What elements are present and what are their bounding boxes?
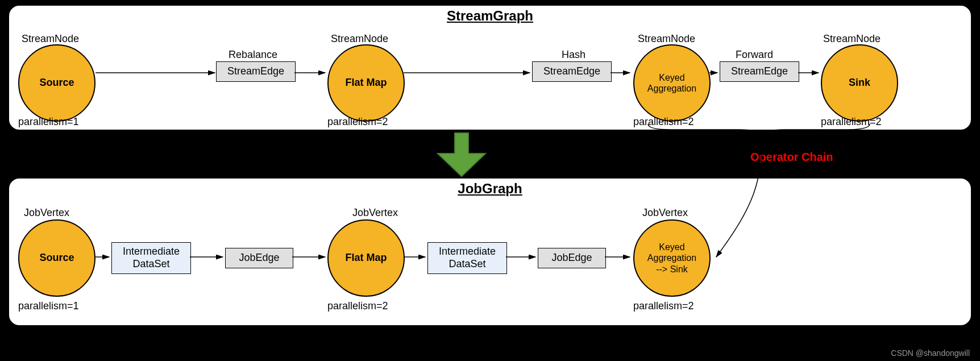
streamgraph-title: StreamGraph bbox=[447, 8, 533, 24]
operator-chain-label: Operator Chain bbox=[750, 151, 833, 164]
transform-arrow-icon bbox=[438, 133, 485, 176]
intermediate-dataset-1: Intermediate DataSet bbox=[427, 242, 507, 274]
job-vertex-keyed-agg-sink: Keyed Aggregation --> Sink bbox=[633, 219, 711, 297]
watermark: CSDN @shandongwill bbox=[891, 348, 970, 358]
stream-node-label-1: StreamNode bbox=[331, 33, 388, 45]
stream-node-parallelism-0: parallelism=1 bbox=[18, 116, 79, 128]
job-vertex-flatmap: Flat Map bbox=[327, 219, 405, 297]
job-vertex-label-1: JobVertex bbox=[352, 207, 398, 219]
job-vertex-parallelism-1: parallelism=2 bbox=[327, 300, 388, 312]
stream-node-label-0: StreamNode bbox=[22, 33, 79, 45]
stream-node-sink: Sink bbox=[821, 44, 898, 122]
job-vertex-source: Source bbox=[18, 219, 95, 297]
stream-edge-partitioner-1: Hash bbox=[562, 49, 585, 61]
job-vertex-label-2: JobVertex bbox=[642, 207, 688, 219]
job-edge-box-1: JobEdge bbox=[538, 248, 606, 268]
stream-edge-partitioner-0: Rebalance bbox=[229, 49, 277, 61]
streamgraph-panel: StreamGraph StreamNode Source parallelis… bbox=[8, 5, 972, 131]
jobgraph-title: JobGraph bbox=[458, 181, 522, 197]
intermediate-dataset-0: Intermediate DataSet bbox=[111, 242, 191, 274]
stream-node-source: Source bbox=[18, 44, 95, 122]
stream-edge-box-1: StreamEdge bbox=[532, 61, 612, 82]
job-edge-box-0: JobEdge bbox=[225, 248, 293, 268]
stream-edge-box-0: StreamEdge bbox=[216, 61, 296, 82]
stream-node-label-3: StreamNode bbox=[823, 33, 881, 45]
stream-edge-partitioner-2: Forward bbox=[736, 49, 773, 61]
stream-node-label-2: StreamNode bbox=[638, 33, 695, 45]
job-vertex-parallelism-2: parallelism=2 bbox=[633, 300, 694, 312]
stream-node-parallelism-3: parallelism=2 bbox=[821, 116, 882, 128]
stream-node-flatmap: Flat Map bbox=[327, 44, 405, 122]
job-vertex-parallelism-0: parallelism=1 bbox=[18, 300, 79, 312]
jobgraph-panel: JobGraph JobVertex Source parallelism=1 … bbox=[8, 177, 972, 326]
stream-node-parallelism-1: parallelism=2 bbox=[327, 116, 388, 128]
stream-node-parallelism-2: parallelism=2 bbox=[633, 116, 694, 128]
stream-edge-box-2: StreamEdge bbox=[720, 61, 799, 82]
stream-node-keyed-agg: Keyed Aggregation bbox=[633, 44, 711, 122]
job-vertex-label-0: JobVertex bbox=[24, 207, 69, 219]
